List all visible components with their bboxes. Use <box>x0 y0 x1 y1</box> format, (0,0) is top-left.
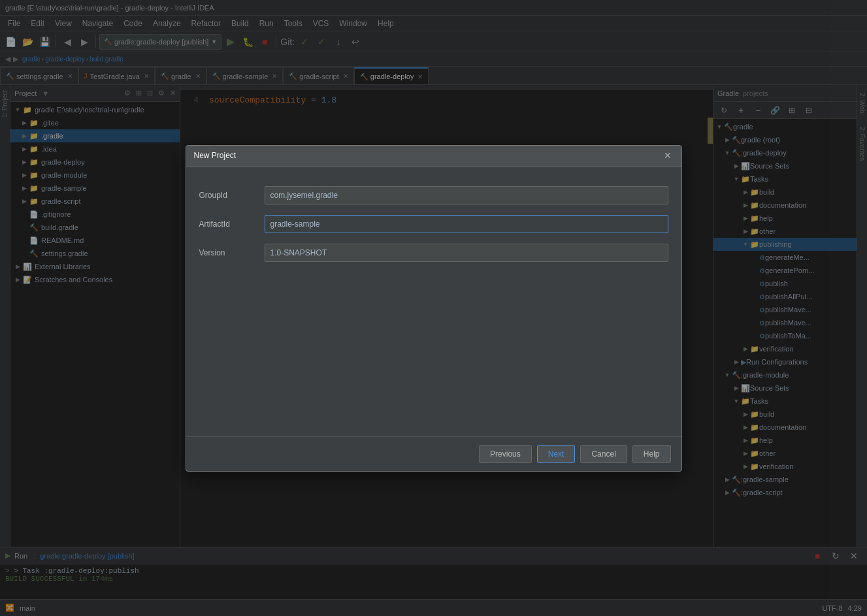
artifactid-label: ArtifactId <box>199 219 258 229</box>
groupid-input[interactable] <box>265 186 668 204</box>
help-button[interactable]: Help <box>632 445 671 463</box>
modal-body: GroupId ArtifactId Version <box>186 167 681 436</box>
modal-overlay: New Project ✕ GroupId ArtifactId Version… <box>0 0 867 616</box>
version-input[interactable] <box>265 244 668 262</box>
modal-close-button[interactable]: ✕ <box>662 150 674 161</box>
artifactid-input[interactable] <box>265 215 668 233</box>
version-label: Version <box>199 248 258 257</box>
next-button[interactable]: Next <box>537 445 576 463</box>
groupid-row: GroupId <box>199 186 668 204</box>
previous-button[interactable]: Previous <box>479 445 532 463</box>
artifactid-row: ArtifactId <box>199 215 668 233</box>
modal-title-text: New Project <box>194 151 237 160</box>
groupid-label: GroupId <box>199 191 258 200</box>
version-row: Version <box>199 244 668 262</box>
modal-footer: Previous Next Cancel Help <box>186 436 681 471</box>
cancel-button[interactable]: Cancel <box>580 445 627 463</box>
modal-title-bar: New Project ✕ <box>186 146 681 167</box>
new-project-dialog: New Project ✕ GroupId ArtifactId Version… <box>186 145 682 472</box>
